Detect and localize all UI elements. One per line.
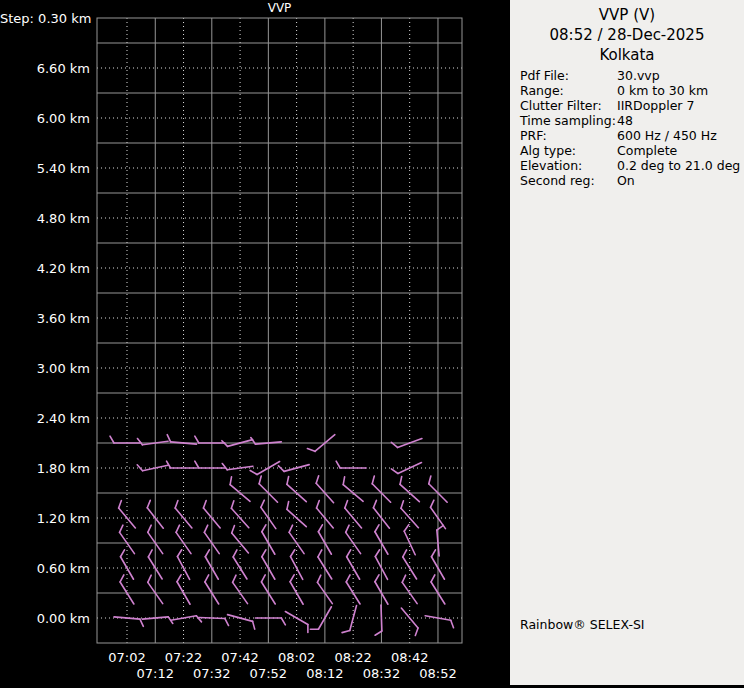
wind-barb bbox=[336, 461, 366, 468]
wind-barb bbox=[114, 617, 143, 627]
wind-barb bbox=[255, 618, 285, 625]
x-axis-tick-label: 07:22 bbox=[165, 650, 202, 665]
parameter-row: Time sampling:48 bbox=[510, 113, 744, 128]
wind-barb bbox=[230, 477, 250, 502]
parameter-label: PRF: bbox=[520, 128, 547, 143]
wind-barb bbox=[250, 462, 279, 475]
product-datetime: 08:52 / 28-Dec-2025 bbox=[510, 25, 744, 45]
wind-barb bbox=[142, 617, 172, 624]
x-axis-tick-label: 07:42 bbox=[221, 650, 258, 665]
parameter-label: Alg type: bbox=[520, 143, 576, 158]
parameter-value: On bbox=[617, 173, 635, 188]
x-axis-tick-label: 08:42 bbox=[391, 650, 428, 665]
wind-barb bbox=[171, 616, 202, 622]
vendor-branding: Rainbow® SELEX-SI bbox=[520, 617, 645, 632]
parameter-row: Second reg:On bbox=[510, 173, 744, 188]
wind-barb bbox=[375, 605, 382, 635]
parameter-value: 600 Hz / 450 Hz bbox=[617, 128, 717, 143]
wind-barb bbox=[222, 464, 253, 470]
wind-barb bbox=[401, 608, 418, 635]
wind-barb bbox=[278, 465, 309, 472]
wind-barb bbox=[195, 461, 225, 468]
wind-barb bbox=[199, 618, 229, 626]
parameter-value: Complete bbox=[617, 143, 677, 158]
wind-barb bbox=[120, 525, 135, 554]
wind-barb bbox=[346, 525, 361, 554]
wind-barb bbox=[400, 476, 419, 501]
wind-barb bbox=[289, 525, 304, 554]
wind-barb bbox=[167, 461, 197, 468]
radar-info-panel: VVP (V) 08:52 / 28-Dec-2025 Kolkata Pdf … bbox=[510, 0, 744, 685]
parameter-row: PRF:600 Hz / 450 Hz bbox=[510, 128, 744, 143]
y-axis-tick-label: 4.80 km bbox=[37, 211, 90, 226]
parameter-value: 0.2 deg to 21.0 deg bbox=[617, 158, 740, 173]
parameter-row: Elevation:0.2 deg to 21.0 deg bbox=[510, 158, 744, 173]
parameter-label: Time sampling: bbox=[520, 113, 616, 128]
parameter-label: Pdf File: bbox=[520, 68, 569, 83]
wind-barb bbox=[233, 575, 248, 604]
x-axis-tick-label: 08:22 bbox=[334, 650, 371, 665]
wind-barb bbox=[110, 436, 140, 443]
wind-barb bbox=[195, 436, 225, 443]
x-axis-tick-label: 08:12 bbox=[306, 666, 343, 681]
wind-barb bbox=[290, 575, 303, 604]
y-axis-tick-label: 2.40 km bbox=[37, 411, 90, 426]
parameter-value: 48 bbox=[617, 113, 633, 128]
panel-title-block: VVP (V) 08:52 / 28-Dec-2025 Kolkata bbox=[510, 5, 744, 65]
wind-barb bbox=[346, 575, 360, 604]
wind-barb bbox=[177, 575, 190, 604]
x-axis-tick-label: 08:52 bbox=[419, 666, 456, 681]
x-axis-tick-label: 08:32 bbox=[363, 666, 400, 681]
parameter-label: Clutter Filter: bbox=[520, 98, 602, 113]
parameter-value: IIRDoppler 7 bbox=[617, 98, 694, 113]
x-axis-tick-label: 07:12 bbox=[137, 666, 174, 681]
wind-barb bbox=[120, 575, 134, 604]
y-axis-tick-label: 4.20 km bbox=[37, 261, 90, 276]
product-title: VVP (V) bbox=[510, 5, 744, 25]
y-axis-tick-label: 6.00 km bbox=[37, 111, 90, 126]
wind-barb bbox=[228, 615, 255, 629]
parameter-value: 0 km to 30 km bbox=[617, 83, 708, 98]
x-axis-tick-label: 07:52 bbox=[250, 666, 287, 681]
wind-barb bbox=[137, 439, 168, 445]
y-axis-tick-label: 1.20 km bbox=[37, 511, 90, 526]
wind-barb bbox=[402, 575, 417, 604]
parameter-value: 30.vvp bbox=[617, 68, 660, 83]
y-axis-tick-label: 3.00 km bbox=[37, 361, 90, 376]
parameter-row: Range:0 km to 30 km bbox=[510, 83, 744, 98]
wind-barb bbox=[343, 477, 363, 502]
vvp-application-window: Step: 0.30 km VVP 6.60 km6.00 km5.40 km4… bbox=[0, 0, 744, 688]
parameter-row: Alg type:Complete bbox=[510, 143, 744, 158]
wind-barb bbox=[342, 605, 356, 632]
x-axis-tick-label: 08:02 bbox=[278, 650, 315, 665]
radar-site-name: Kolkata bbox=[510, 45, 744, 65]
wind-barb bbox=[287, 476, 306, 501]
parameter-row: Pdf File:30.vvp bbox=[510, 68, 744, 83]
wind-barb bbox=[176, 525, 191, 554]
vvp-time-height-chart: 6.60 km6.00 km5.40 km4.80 km4.20 km3.60 … bbox=[0, 0, 510, 688]
wind-barb bbox=[232, 526, 249, 553]
x-axis-tick-label: 07:02 bbox=[108, 650, 145, 665]
y-axis-tick-label: 0.00 km bbox=[37, 611, 90, 626]
product-parameters-list: Pdf File:30.vvpRange:0 km to 30 kmClutte… bbox=[510, 68, 744, 188]
parameter-label: Elevation: bbox=[520, 158, 582, 173]
y-axis-tick-label: 0.60 km bbox=[37, 561, 90, 576]
y-axis-tick-label: 5.40 km bbox=[37, 161, 90, 176]
y-axis-tick-label: 6.60 km bbox=[37, 61, 90, 76]
wind-barb bbox=[391, 463, 421, 474]
x-axis-tick-label: 07:32 bbox=[193, 666, 230, 681]
parameter-row: Clutter Filter:IIRDoppler 7 bbox=[510, 98, 744, 113]
parameter-label: Range: bbox=[520, 83, 564, 98]
y-axis-tick-label: 1.80 km bbox=[37, 461, 90, 476]
y-axis-tick-label: 3.60 km bbox=[37, 311, 90, 326]
parameter-label: Second reg: bbox=[520, 173, 595, 188]
